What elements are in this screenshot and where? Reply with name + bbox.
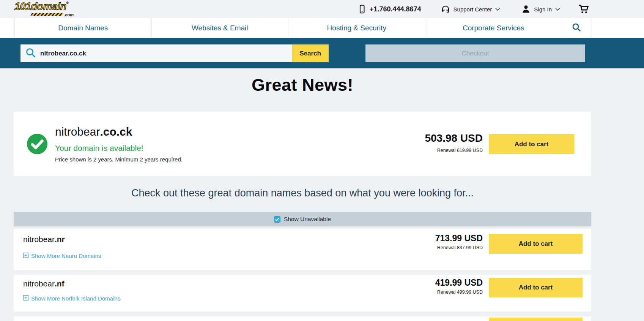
show-more-norfolk-link[interactable]: Show More Norfolk Island Domains [23, 295, 120, 302]
top-bar-right: +1.760.444.8674 Support Center Sign In [358, 4, 589, 14]
nav-item-websites-email[interactable]: Websites & Email [151, 18, 288, 38]
chevron-down-icon [495, 8, 500, 11]
checkout-button[interactable]: Checkout [365, 44, 585, 62]
top-bar: 101domain® .com +1.760.444.8674 Support … [0, 0, 644, 18]
check-circle-icon [27, 133, 48, 155]
main-nav: Domain Names Websites & Email Hosting & … [0, 18, 644, 38]
search-icon [25, 47, 36, 60]
show-unavailable-label: Show Unavailable [284, 216, 331, 223]
page-title: Great News! [14, 75, 591, 95]
chevron-down-icon [555, 8, 560, 11]
show-more-link-label: Show More Nauru Domains [31, 253, 101, 259]
pricing-note: Price shown is 2 years. Minimum 2 years … [55, 156, 183, 163]
show-unavailable-bar: Show Unavailable [14, 212, 591, 226]
suggestion-row-nf: nitrobear.nf Show More Norfolk Island Do… [14, 275, 591, 312]
phone-number: +1.760.444.8674 [370, 5, 421, 13]
phone-contact[interactable]: +1.760.444.8674 [358, 4, 421, 14]
shopping-cart-icon [578, 4, 589, 14]
suggestion-price: 713.99 USD [435, 233, 483, 244]
show-more-link-label: Show More Norfolk Island Domains [31, 295, 120, 302]
search-query-text: nitrobear.co.ck [40, 50, 86, 57]
nav-search-button[interactable] [562, 18, 591, 38]
checkbox-check-icon [275, 218, 279, 221]
result-domain-name: nitrobear.co.ck [55, 125, 132, 138]
support-center-menu[interactable]: Support Center [441, 5, 501, 14]
mobile-phone-icon [358, 4, 366, 14]
logo-101domain[interactable]: 101domain® .com [14, 2, 74, 17]
plus-square-icon [23, 253, 28, 259]
add-to-cart-button[interactable]: Add to cart [489, 318, 583, 321]
search-band: nitrobear.co.ck Search Checkout [0, 38, 644, 68]
nav-item-domain-names[interactable]: Domain Names [14, 18, 151, 38]
registered-mark: ® [66, 1, 68, 5]
logo-com: .com [64, 13, 74, 17]
add-to-cart-button[interactable]: Add to cart [489, 234, 583, 254]
add-to-cart-button[interactable]: Add to cart [489, 134, 574, 154]
suggestion-row-partial: Add to cart [14, 316, 591, 321]
support-center-label: Support Center [453, 6, 492, 13]
add-to-cart-button[interactable]: Add to cart [489, 278, 583, 297]
suggestion-row-nr: nitrobear.nr Show More Nauru Domains 713… [14, 229, 591, 270]
headset-icon [441, 5, 450, 14]
result-renewal-price: Renewal 619.99 USD [437, 148, 483, 153]
plus-square-icon [23, 295, 28, 302]
show-more-nauru-link[interactable]: Show More Nauru Domains [23, 253, 101, 259]
result-price: 503.98 USD [425, 132, 483, 144]
search-button[interactable]: Search [292, 44, 329, 62]
suggested-domain-name: nitrobear.nf [23, 279, 65, 288]
logo-hatch-stripes [30, 13, 63, 16]
nav-item-corporate-services[interactable]: Corporate Services [425, 18, 562, 38]
logo-text: 101domain® [14, 2, 74, 12]
page: 101domain® .com +1.760.444.8674 Support … [0, 0, 644, 321]
nav-item-hosting-security[interactable]: Hosting & Security [288, 18, 425, 38]
available-domain-card: nitrobear.co.ck Your domain is available… [14, 112, 591, 176]
suggested-domain-name: nitrobear.nr [23, 235, 65, 244]
user-icon [521, 5, 531, 14]
suggestion-renewal-price: Renewal 837.99 USD [437, 245, 483, 250]
suggestion-price: 419.99 USD [435, 278, 483, 288]
suggestions-heading: Check out these great domain names based… [14, 187, 591, 199]
search-icon [572, 22, 581, 34]
availability-message: Your domain is available! [55, 144, 143, 153]
show-unavailable-checkbox[interactable] [274, 216, 280, 223]
sign-in-label: Sign In [534, 6, 552, 13]
cart-button[interactable] [578, 4, 589, 14]
sign-in-menu[interactable]: Sign In [521, 5, 560, 14]
suggestion-renewal-price: Renewal 499.99 USD [437, 289, 483, 295]
domain-search-input[interactable]: nitrobear.co.ck [20, 44, 292, 62]
